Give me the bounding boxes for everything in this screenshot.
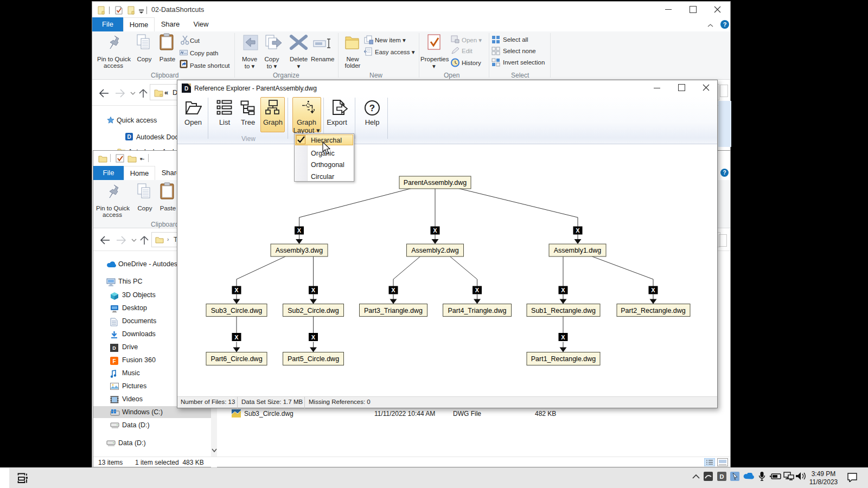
svg-text:X: X [433, 227, 437, 234]
svg-text:D: D [720, 473, 724, 480]
svg-text:Part1_Rectangle.dwg: Part1_Rectangle.dwg [531, 355, 596, 363]
svg-text:X: X [561, 334, 565, 341]
svg-text:?: ? [369, 103, 375, 113]
svg-text:Sub2_Circle.dwg: Sub2_Circle.dwg [288, 307, 339, 314]
svg-text:X: X [391, 287, 395, 293]
svg-text:Assembly1.dwg: Assembly1.dwg [554, 247, 602, 254]
svg-text:D: D [112, 345, 116, 351]
svg-text:X: X [311, 287, 316, 293]
svg-text:Assembly2.dwg: Assembly2.dwg [411, 247, 459, 254]
svg-text:Part4_Triangle.dwg: Part4_Triangle.dwg [448, 307, 507, 314]
svg-text:Sub3_Circle.dwg: Sub3_Circle.dwg [211, 307, 263, 314]
svg-text:X: X [576, 227, 580, 234]
svg-text:F: F [112, 358, 116, 364]
svg-text:Part5_Circle.dwg: Part5_Circle.dwg [288, 355, 339, 363]
svg-text:X: X [234, 287, 239, 293]
svg-text:Assembly3.dwg: Assembly3.dwg [276, 247, 323, 254]
svg-text:Part6_Circle.dwg: Part6_Circle.dwg [210, 355, 262, 363]
svg-text:D: D [184, 86, 188, 92]
svg-text:D: D [127, 134, 131, 140]
svg-text:Part2_Rectangle.dwg: Part2_Rectangle.dwg [621, 307, 686, 314]
svg-text:X: X [651, 287, 655, 293]
svg-text:Sub1_Rectangle.dwg: Sub1_Rectangle.dwg [531, 307, 596, 314]
svg-text:Part3_Triangle.dwg: Part3_Triangle.dwg [364, 307, 423, 314]
svg-text:X: X [234, 334, 239, 341]
svg-text:X: X [561, 287, 565, 293]
svg-text:X: X [475, 287, 480, 293]
svg-text:X: X [311, 334, 316, 341]
svg-text:X: X [297, 227, 302, 234]
svg-text:ParentAssembly.dwg: ParentAssembly.dwg [404, 179, 467, 187]
